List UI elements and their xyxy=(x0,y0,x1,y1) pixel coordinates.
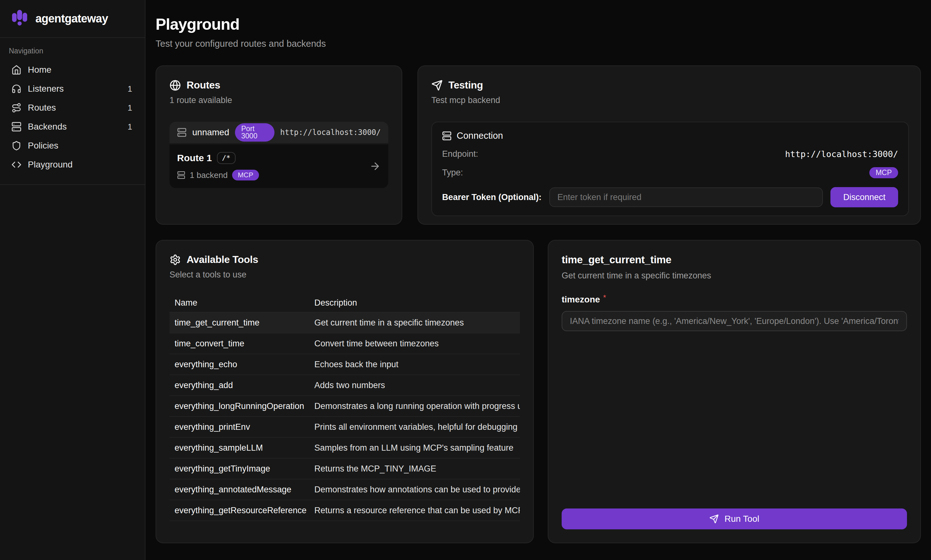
nav-count-badge: 1 xyxy=(128,84,132,94)
tools-table-header: Name Description xyxy=(170,294,520,312)
required-marker: * xyxy=(603,293,606,302)
testing-card: Testing Test mcp backend Connection Endp… xyxy=(418,65,921,225)
app-logo[interactable]: agentgateway xyxy=(0,0,145,38)
endpoint-value: http://localhost:3000/ xyxy=(785,149,898,159)
sidebar-item-playground[interactable]: Playground xyxy=(8,155,137,174)
home-icon xyxy=(11,65,22,75)
endpoint-label: Endpoint: xyxy=(442,149,478,159)
table-row[interactable]: everything_annotatedMessage Demonstrates… xyxy=(170,479,520,500)
listener-row: unnamed Port 3000 http://localhost:3000/ xyxy=(170,122,388,143)
disconnect-button[interactable]: Disconnect xyxy=(831,187,898,207)
testing-card-title: Testing xyxy=(449,79,483,91)
route-icon xyxy=(11,103,22,113)
tools-card-subtitle: Select a tools to use xyxy=(170,270,520,280)
port-badge: Port 3000 xyxy=(235,123,274,142)
nav-count-badge: 1 xyxy=(128,103,132,113)
testing-card-subtitle: Test mcp backend xyxy=(432,95,909,105)
connection-box: Connection Endpoint: http://localhost:30… xyxy=(432,122,909,216)
arrow-right-icon[interactable] xyxy=(369,160,381,172)
timezone-input[interactable] xyxy=(562,311,907,331)
table-row[interactable]: everything_add Adds two numbers xyxy=(170,375,520,396)
routes-card-subtitle: 1 route available xyxy=(170,95,388,105)
sidebar-item-backends[interactable]: Backends 1 xyxy=(8,117,137,136)
server-icon xyxy=(442,131,452,141)
code-icon xyxy=(11,160,22,170)
app-title: agentgateway xyxy=(35,12,108,25)
sidebar: agentgateway Navigation Home Listeners 1… xyxy=(0,0,145,560)
nav-count-badge: 1 xyxy=(128,122,132,132)
tools-card-title: Available Tools xyxy=(187,254,258,265)
gear-icon xyxy=(170,254,181,265)
server-icon xyxy=(11,122,22,132)
type-badge: MCP xyxy=(869,167,898,178)
route-name: Route 1 xyxy=(177,152,212,163)
route-path-badge: /* xyxy=(217,152,236,164)
table-row[interactable]: time_get_current_time Get current time i… xyxy=(170,312,520,334)
backend-count: 1 backend xyxy=(190,170,228,180)
sidebar-item-home[interactable]: Home xyxy=(8,60,137,79)
run-tool-button[interactable]: Run Tool xyxy=(562,508,907,529)
listener-url: http://localhost:3000/ xyxy=(280,128,381,137)
tool-subtitle: Get current time in a specific timezones xyxy=(562,271,907,281)
routes-card: Routes 1 route available unnamed Port 30… xyxy=(156,65,402,225)
agentgateway-molecule-icon xyxy=(10,7,29,30)
listener-name: unnamed xyxy=(192,128,229,137)
bearer-token-label: Bearer Token (Optional): xyxy=(442,192,542,202)
routes-card-title: Routes xyxy=(187,79,220,91)
table-row[interactable]: everything_getTinyImage Returns the MCP_… xyxy=(170,458,520,479)
page-title: Playground xyxy=(156,15,921,34)
sidebar-item-listeners[interactable]: Listeners 1 xyxy=(8,79,137,98)
connection-title: Connection xyxy=(457,131,503,141)
shield-icon xyxy=(11,141,22,151)
protocol-badge: MCP xyxy=(232,170,259,180)
table-row[interactable]: everything_echo Echoes back the input xyxy=(170,354,520,375)
tool-run-panel: time_get_current_time Get current time i… xyxy=(548,240,921,543)
main-content: Playground Test your configured routes a… xyxy=(145,0,931,560)
sidebar-item-policies[interactable]: Policies xyxy=(8,136,137,155)
route-row[interactable]: Route 1 /* 1 backend MCP xyxy=(170,145,388,188)
column-header-name: Name xyxy=(170,298,309,308)
nav-section-label: Navigation xyxy=(8,47,137,60)
column-header-description: Description xyxy=(309,298,520,308)
available-tools-card: Available Tools Select a tools to use Na… xyxy=(156,240,534,543)
tools-table: Name Description time_get_current_time G… xyxy=(170,294,520,521)
sidebar-item-routes[interactable]: Routes 1 xyxy=(8,98,137,117)
send-icon xyxy=(709,514,719,524)
playground-page: agentgateway Navigation Home Listeners 1… xyxy=(0,0,931,560)
bearer-token-input[interactable] xyxy=(549,188,823,207)
table-row[interactable]: time_convert_time Convert time between t… xyxy=(170,334,520,354)
tool-title: time_get_current_time xyxy=(562,254,907,266)
server-icon xyxy=(177,128,187,137)
type-label: Type: xyxy=(442,168,463,178)
table-row[interactable]: everything_longRunningOperation Demonstr… xyxy=(170,396,520,417)
table-row[interactable]: everything_sampleLLM Samples from an LLM… xyxy=(170,438,520,458)
globe-icon xyxy=(170,80,181,91)
sidebar-nav: Navigation Home Listeners 1 Routes 1 Bac… xyxy=(0,38,145,185)
send-icon xyxy=(432,80,443,91)
page-subtitle: Test your configured routes and backends xyxy=(156,38,921,49)
server-icon xyxy=(177,171,185,179)
headphones-icon xyxy=(11,84,22,94)
table-row[interactable]: everything_getResourceReference Returns … xyxy=(170,500,520,521)
run-tool-label: Run Tool xyxy=(724,514,759,524)
table-row[interactable]: everything_printEnv Prints all environme… xyxy=(170,417,520,438)
timezone-field-label: timezone xyxy=(562,295,600,305)
